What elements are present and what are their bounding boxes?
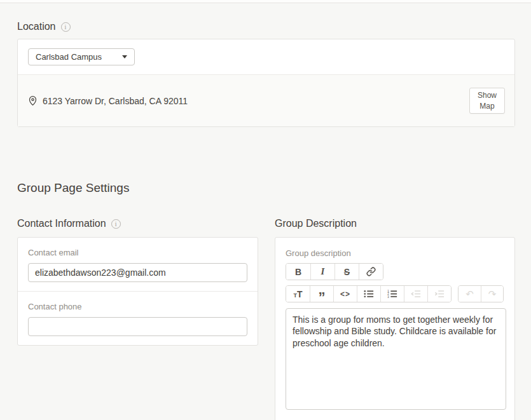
contact-email-label: Contact email — [28, 248, 247, 257]
redo-button[interactable]: ↷ — [481, 286, 503, 302]
code-icon: <> — [340, 290, 350, 299]
group-description-inner: Group description B I S — [275, 238, 514, 420]
contact-information-section: Contact Information i Contact email Cont… — [17, 218, 258, 420]
bold-button[interactable]: B — [286, 264, 310, 280]
history-group: ↶ ↷ — [458, 285, 504, 302]
bullet-list-icon — [364, 290, 374, 298]
campus-row: Carlsbad Campus — [18, 39, 514, 74]
italic-icon: I — [321, 266, 325, 277]
outdent-button[interactable] — [404, 286, 427, 302]
editor-toolbar-row1: B I S — [286, 263, 505, 280]
editor-toolbar-row2: TT ” <> — [286, 285, 505, 302]
campus-select[interactable]: Carlsbad Campus — [28, 48, 135, 65]
link-icon — [366, 267, 376, 276]
text-style-group: B I S — [286, 263, 383, 280]
address-row: 6123 Yarrow Dr, Carlsbad, CA 92011 Show … — [18, 74, 514, 126]
campus-select-value: Carlsbad Campus — [36, 52, 102, 62]
redo-icon: ↷ — [488, 288, 497, 300]
heading-button[interactable]: TT — [286, 286, 310, 302]
contact-information-heading: Contact Information i — [17, 218, 258, 229]
map-pin-icon — [28, 95, 38, 106]
settings-columns: Contact Information i Contact email Cont… — [17, 218, 515, 420]
group-description-label: Group description — [286, 248, 505, 258]
heading-icon: TT — [293, 289, 302, 299]
contact-phone-block: Contact phone — [18, 291, 258, 345]
top-card-edge — [0, 0, 531, 3]
group-description-title: Group Description — [275, 218, 357, 229]
strikethrough-button[interactable]: S — [334, 264, 359, 280]
link-button[interactable] — [359, 264, 383, 280]
info-circle-icon[interactable]: i — [61, 22, 71, 32]
svg-text:3: 3 — [387, 295, 389, 298]
indent-button[interactable] — [427, 286, 451, 302]
page-content: Location i Carlsbad Campus 6123 Yarrow D… — [0, 21, 531, 420]
group-description-section: Group Description Group description B I — [275, 218, 515, 420]
group-description-textarea[interactable]: This is a group for moms to get together… — [286, 308, 506, 410]
contact-phone-label: Contact phone — [28, 302, 247, 311]
numbered-list-button[interactable]: 1 2 3 — [380, 286, 404, 302]
contact-information-title: Contact Information — [17, 218, 106, 229]
undo-button[interactable]: ↶ — [459, 286, 481, 302]
bold-icon: B — [295, 267, 301, 277]
numbered-list-icon: 1 2 3 — [387, 290, 397, 298]
quote-button[interactable]: ” — [310, 286, 333, 302]
group-description-heading: Group Description — [275, 218, 515, 229]
code-button[interactable]: <> — [333, 286, 357, 302]
strikethrough-icon: S — [344, 267, 350, 277]
show-map-label-line1: Show — [478, 91, 497, 100]
contact-information-panel: Contact email Contact phone — [17, 237, 258, 346]
location-heading: Location i — [17, 21, 515, 32]
show-map-button[interactable]: Show Map — [469, 88, 505, 113]
group-page-settings-heading: Group Page Settings — [17, 181, 515, 195]
undo-icon: ↶ — [465, 288, 474, 300]
address-text: 6123 Yarrow Dr, Carlsbad, CA 92011 — [43, 96, 469, 106]
location-panel: Carlsbad Campus 6123 Yarrow Dr, Carlsbad… — [17, 39, 515, 127]
indent-icon — [434, 290, 445, 298]
show-map-label-line2: Map — [479, 102, 494, 111]
outdent-icon — [411, 290, 421, 298]
chevron-down-icon — [122, 55, 127, 58]
italic-button[interactable]: I — [310, 264, 334, 280]
group-description-panel: Group description B I S — [275, 237, 515, 420]
location-title: Location — [17, 21, 56, 32]
bullet-list-button[interactable] — [357, 286, 380, 302]
contact-phone-input[interactable] — [28, 317, 247, 336]
info-circle-icon[interactable]: i — [111, 219, 121, 229]
block-format-group: TT ” <> — [286, 285, 452, 302]
contact-email-input[interactable] — [28, 263, 247, 282]
contact-email-block: Contact email — [18, 238, 258, 291]
toolbar-gap — [452, 285, 458, 302]
